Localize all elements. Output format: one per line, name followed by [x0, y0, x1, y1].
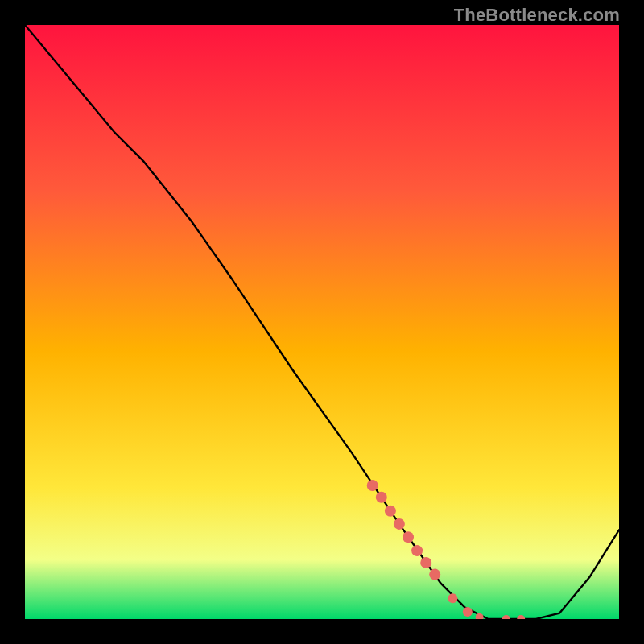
highlight-marker	[463, 607, 473, 617]
highlight-marker	[376, 492, 387, 503]
chart-canvas	[25, 25, 619, 619]
watermark-text: TheBottleneck.com	[454, 5, 620, 26]
plot-area	[25, 25, 619, 619]
highlight-marker	[420, 557, 431, 568]
chart-frame: TheBottleneck.com	[0, 0, 644, 644]
highlight-marker	[448, 593, 457, 603]
highlight-marker	[402, 531, 414, 543]
gradient-background	[25, 25, 619, 619]
highlight-marker	[367, 480, 378, 491]
highlight-marker	[411, 545, 423, 556]
highlight-marker	[394, 518, 405, 530]
highlight-marker	[429, 569, 440, 580]
highlight-marker	[385, 506, 396, 517]
